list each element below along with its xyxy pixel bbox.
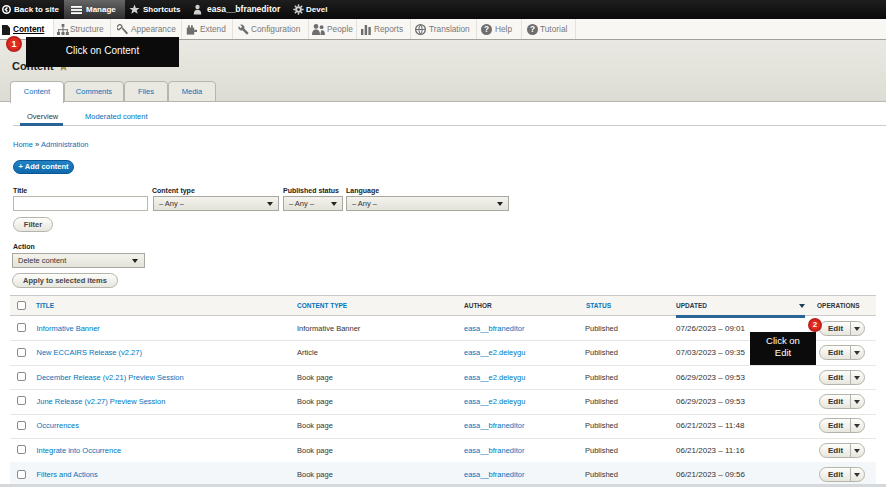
svg-text:?: ? [530, 25, 535, 34]
svg-text:?: ? [484, 25, 489, 34]
